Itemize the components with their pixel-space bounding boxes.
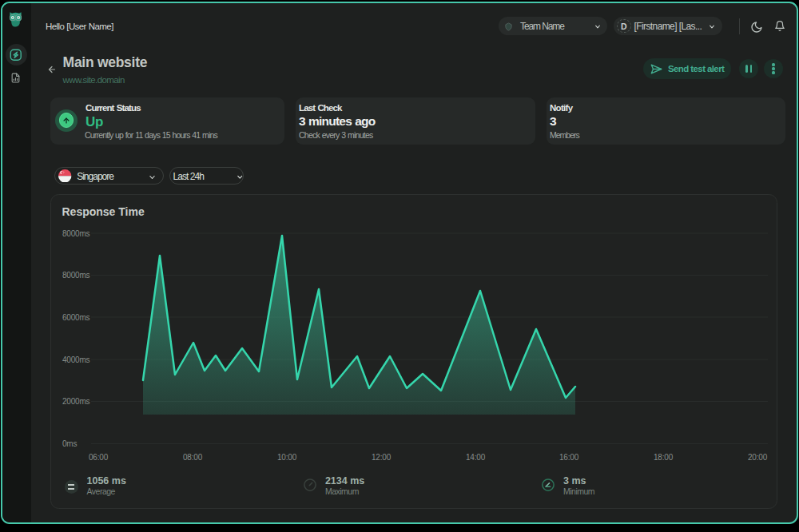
svg-text:20:00: 20:00 bbox=[748, 453, 768, 462]
svg-text:18:00: 18:00 bbox=[654, 453, 674, 462]
svg-text:2000ms: 2000ms bbox=[62, 397, 90, 406]
svg-text:8000ms: 8000ms bbox=[62, 271, 90, 280]
svg-text:16:00: 16:00 bbox=[559, 453, 579, 462]
svg-text:10:00: 10:00 bbox=[277, 453, 297, 462]
svg-text:4000ms: 4000ms bbox=[62, 355, 90, 364]
svg-text:14:00: 14:00 bbox=[466, 453, 486, 462]
svg-text:6000ms: 6000ms bbox=[62, 313, 90, 322]
svg-text:Response Time: Response Time bbox=[62, 205, 145, 218]
svg-text:08:00: 08:00 bbox=[183, 453, 203, 462]
svg-text:06:00: 06:00 bbox=[89, 453, 109, 462]
svg-text:12:00: 12:00 bbox=[372, 453, 392, 462]
svg-text:8000ms: 8000ms bbox=[62, 229, 90, 238]
svg-text:0ms: 0ms bbox=[62, 439, 77, 448]
